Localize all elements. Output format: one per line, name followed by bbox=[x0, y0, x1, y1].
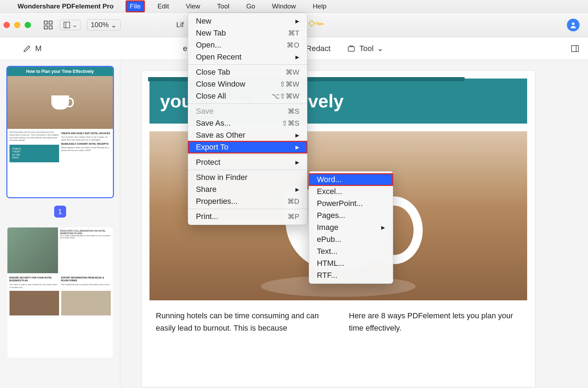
submenu-arrow-icon: ▶ bbox=[295, 54, 299, 60]
export-menu-item-image[interactable]: Image▶ bbox=[309, 221, 393, 233]
export-menu-item-epub[interactable]: ePub... bbox=[309, 233, 393, 245]
chevron-down-icon: ⌄ bbox=[111, 21, 117, 29]
fullscreen-window-button[interactable] bbox=[25, 22, 31, 28]
svg-text:Tips: Tips bbox=[316, 21, 324, 26]
submenu-arrow-icon: ▶ bbox=[295, 144, 299, 150]
file-menu-item-new-tab[interactable]: New Tab⌘T bbox=[188, 27, 307, 39]
file-menu-item-new[interactable]: New▶ bbox=[188, 15, 307, 27]
export-menu-item-text[interactable]: Text... bbox=[309, 245, 393, 257]
menu-shortcut: ⇧⌘W bbox=[280, 80, 299, 88]
file-menu-item-print[interactable]: Print...⌘P bbox=[188, 211, 307, 223]
menu-file[interactable]: File bbox=[126, 1, 144, 12]
menu-edit[interactable]: Edit bbox=[154, 1, 173, 12]
tool-panel-toggle[interactable] bbox=[570, 44, 580, 53]
chevron-down-icon: ⌄ bbox=[377, 44, 383, 53]
submenu-arrow-icon: ▶ bbox=[295, 187, 299, 192]
tool-markup[interactable]: M bbox=[23, 44, 41, 53]
tips-button[interactable]: Tips bbox=[308, 20, 325, 30]
zoom-dropdown[interactable]: 100% ⌄ bbox=[87, 19, 121, 31]
close-window-button[interactable] bbox=[4, 22, 10, 28]
user-avatar[interactable] bbox=[567, 19, 580, 31]
svg-rect-1 bbox=[49, 21, 52, 24]
file-menu-item-close-tab[interactable]: Close Tab⌘W bbox=[188, 66, 307, 78]
tool-image-truncated[interactable]: e bbox=[183, 44, 187, 53]
menu-item-label: RTF... bbox=[317, 271, 337, 280]
file-menu-item-save-as-other[interactable]: Save as Other▶ bbox=[188, 129, 307, 141]
svg-rect-0 bbox=[44, 21, 47, 24]
menu-item-label: Close All bbox=[196, 92, 226, 101]
chevron-down-icon: ⌄ bbox=[72, 21, 77, 29]
file-menu-item-save-as[interactable]: Save As...⇧⌘S bbox=[188, 117, 307, 129]
menu-item-label: Print... bbox=[196, 212, 218, 221]
svg-rect-2 bbox=[44, 26, 47, 29]
menu-help[interactable]: Help bbox=[309, 1, 330, 12]
file-menu-item-protect[interactable]: Protect▶ bbox=[188, 156, 307, 168]
menu-go[interactable]: Go bbox=[243, 1, 258, 12]
menu-view[interactable]: View bbox=[182, 1, 204, 12]
file-menu-dropdown: New▶New Tab⌘TOpen...⌘OOpen Recent▶Close … bbox=[188, 13, 307, 225]
menu-item-label: Save bbox=[196, 107, 213, 116]
menu-item-label: New Tab bbox=[196, 29, 226, 38]
menu-item-label: Image bbox=[317, 223, 338, 232]
file-menu-item-export-to[interactable]: Export To▶ bbox=[188, 141, 307, 153]
file-menu-item-open[interactable]: Open...⌘O bbox=[188, 39, 307, 51]
thumbnail-grid-icon[interactable] bbox=[43, 20, 53, 30]
tool-label: e bbox=[183, 44, 187, 53]
page-thumbnail-1[interactable]: How to Plan your Time Effectively Runnin… bbox=[7, 67, 113, 197]
page-number-badge: 1 bbox=[54, 206, 66, 218]
menu-item-label: Pages... bbox=[317, 211, 345, 220]
file-menu-item-close-all[interactable]: Close All⌥⇧⌘W bbox=[188, 90, 307, 102]
menu-item-label: Share bbox=[196, 185, 217, 194]
menu-item-label: New bbox=[196, 17, 211, 26]
file-menu-item-close-window[interactable]: Close Window⇧⌘W bbox=[188, 78, 307, 90]
menu-shortcut: ⌘S bbox=[288, 107, 299, 115]
menu-item-label: Open Recent bbox=[196, 52, 242, 62]
svg-point-8 bbox=[572, 22, 574, 25]
menu-shortcut: ⇧⌘S bbox=[282, 119, 299, 127]
menu-item-label: Export To bbox=[196, 143, 229, 152]
svg-rect-16 bbox=[571, 45, 579, 51]
minimize-window-button[interactable] bbox=[14, 22, 20, 28]
export-menu-item-pages[interactable]: Pages... bbox=[309, 209, 393, 221]
menu-shortcut: ⌘D bbox=[287, 197, 299, 206]
file-menu-item-open-recent[interactable]: Open Recent▶ bbox=[188, 51, 307, 63]
tool-label: Tool bbox=[359, 44, 373, 53]
mac-menubar: Wondershare PDFelement Pro File Edit Vie… bbox=[0, 0, 588, 13]
menu-item-label: Save as Other bbox=[196, 131, 245, 140]
file-menu-item-save: Save⌘S bbox=[188, 105, 307, 117]
page-thumbnail-2[interactable]: FACILITATE COLLABORATION ON HOTEL MARKET… bbox=[7, 227, 113, 358]
menu-item-label: Show in Finder bbox=[196, 173, 248, 182]
svg-rect-15 bbox=[348, 46, 354, 51]
file-menu-item-share[interactable]: Share▶ bbox=[188, 183, 307, 195]
menu-item-label: Word... bbox=[317, 175, 342, 184]
file-menu-item-show-in-finder[interactable]: Show in Finder bbox=[188, 171, 307, 183]
menu-item-label: Save As... bbox=[196, 119, 231, 128]
export-menu-item-word[interactable]: Word... bbox=[309, 174, 393, 186]
menu-item-label: Close Tab bbox=[196, 68, 230, 77]
menu-item-label: Text... bbox=[317, 247, 338, 256]
submenu-arrow-icon: ▶ bbox=[381, 225, 385, 230]
export-menu-item-html[interactable]: HTML... bbox=[309, 257, 393, 269]
document-body-text: Running hotels can be time consuming and… bbox=[142, 300, 535, 343]
export-menu-item-powerpoint[interactable]: PowerPoint... bbox=[309, 198, 393, 209]
svg-point-6 bbox=[309, 21, 314, 26]
menu-tool[interactable]: Tool bbox=[213, 1, 233, 12]
menu-shortcut: ⌘T bbox=[288, 29, 299, 37]
menu-window[interactable]: Window bbox=[269, 1, 300, 12]
svg-rect-3 bbox=[49, 26, 52, 29]
tool-label: M bbox=[35, 44, 41, 53]
menu-shortcut: ⌘O bbox=[287, 41, 299, 49]
tool-more[interactable]: Tool⌄ bbox=[347, 44, 383, 53]
paragraph-right: Here are 8 ways PDFelement lets you plan… bbox=[349, 309, 521, 334]
export-menu-item-excel[interactable]: Excel... bbox=[309, 186, 393, 198]
file-menu-item-properties[interactable]: Properties...⌘D bbox=[188, 195, 307, 207]
menu-shortcut: ⌘W bbox=[286, 68, 299, 76]
menu-shortcut: ⌥⇧⌘W bbox=[271, 92, 299, 100]
svg-rect-4 bbox=[64, 22, 70, 28]
tab-label: Lif bbox=[176, 21, 184, 29]
submenu-arrow-icon: ▶ bbox=[295, 132, 299, 138]
sidebar-layout-dropdown[interactable]: ⌄ bbox=[60, 20, 81, 30]
export-menu-item-rtf[interactable]: RTF... bbox=[309, 269, 393, 281]
menu-item-label: Protect bbox=[196, 158, 220, 167]
thumb-title: How to Plan your Time Effectively bbox=[7, 67, 113, 76]
